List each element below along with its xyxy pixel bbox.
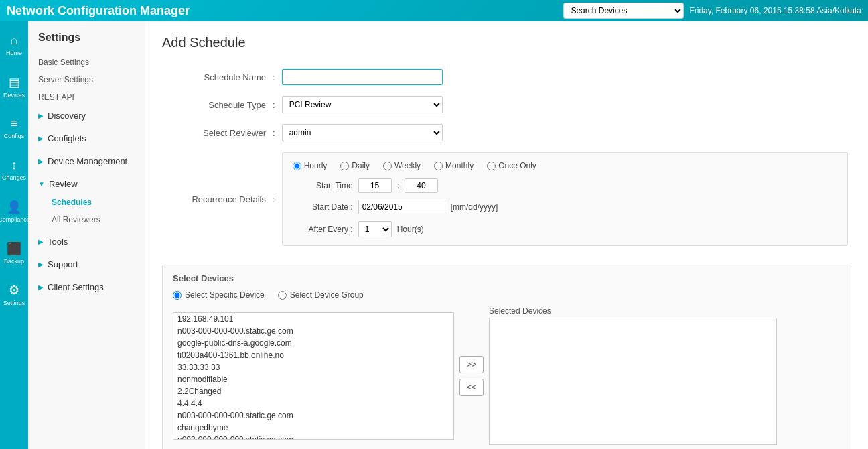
radio-monthly-input[interactable]: [434, 162, 443, 170]
recurrence-label: Recurrence Details: [162, 147, 269, 251]
nav-home-label: Home: [6, 50, 22, 56]
radio-daily-input[interactable]: [340, 162, 349, 170]
page-title: Add Schedule: [162, 35, 851, 50]
schedule-type-row: Schedule Type : PCI Review Config Review…: [162, 90, 851, 119]
sidebar-group-support-header[interactable]: ▶ Support: [28, 255, 145, 274]
nav-configs[interactable]: ≡ Configs: [0, 108, 28, 148]
radio-weekly-input[interactable]: [383, 162, 392, 170]
list-item[interactable]: 192.168.49.101: [173, 313, 453, 325]
select-reviewer-row: Select Reviewer : admin user1 user2: [162, 119, 851, 147]
radio-hourly[interactable]: Hourly: [293, 161, 328, 170]
nav-compliance[interactable]: 👤 Compliance: [0, 191, 28, 231]
sidebar-client-settings-label: Client Settings: [48, 282, 104, 292]
sidebar-rest-api[interactable]: REST API: [28, 88, 145, 106]
sidebar-group-configlets-header[interactable]: ▶ Configlets: [28, 129, 145, 148]
nav-changes[interactable]: ↕ Changes: [0, 149, 28, 190]
schedule-type-cell: PCI Review Config Review Security Review: [279, 90, 851, 119]
radio-device-group[interactable]: Select Device Group: [278, 290, 364, 300]
sidebar-schedules[interactable]: Schedules: [42, 194, 145, 211]
discovery-arrow-icon: ▶: [38, 112, 44, 119]
nav-settings[interactable]: ⚙ Settings: [0, 274, 28, 314]
sidebar-group-tools: ▶ Tools: [28, 232, 145, 251]
colon-2: :: [269, 90, 279, 119]
settings-icon: ⚙: [9, 283, 19, 298]
start-date-input[interactable]: [358, 200, 445, 214]
list-item[interactable]: n003-000-000-000.static.ge.com: [173, 434, 453, 440]
selected-devices-list[interactable]: [489, 318, 777, 445]
radio-hourly-input[interactable]: [293, 162, 301, 170]
schedule-name-cell: [279, 64, 851, 90]
radio-specific-input[interactable]: [173, 291, 182, 300]
topbar: Network Configuration Manager Search Dev…: [0, 0, 868, 21]
start-date-label: Start Date :: [293, 202, 353, 212]
add-devices-button[interactable]: >>: [459, 356, 484, 373]
radio-once-only-label: Once Only: [498, 161, 536, 170]
radio-once-only[interactable]: Once Only: [487, 161, 536, 170]
schedule-type-select[interactable]: PCI Review Config Review Security Review: [282, 96, 443, 113]
nav-changes-label: Changes: [2, 174, 26, 181]
start-time-hour-input[interactable]: [358, 178, 392, 193]
sidebar-discovery-label: Discovery: [48, 111, 86, 121]
sidebar-group-review-header[interactable]: ▼ Review: [28, 174, 145, 194]
nav-settings-label: Settings: [3, 300, 25, 306]
backup-icon: ⬛: [7, 241, 21, 256]
list-item[interactable]: ti0203a400-1361.bb.online.no: [173, 349, 453, 361]
remove-devices-button[interactable]: <<: [459, 379, 484, 396]
selected-devices-container: Selected Devices: [489, 306, 777, 445]
schedule-name-label: Schedule Name: [162, 64, 269, 90]
list-item[interactable]: 2.2Changed: [173, 385, 453, 397]
radio-once-only-input[interactable]: [487, 162, 496, 170]
list-item[interactable]: 4.4.4.4: [173, 397, 453, 409]
sidebar-tools-label: Tools: [48, 237, 68, 247]
sidebar-basic-settings[interactable]: Basic Settings: [28, 54, 145, 71]
configs-icon: ≡: [11, 117, 18, 131]
home-icon: ⌂: [11, 34, 18, 48]
after-every-select[interactable]: 1 2 3: [358, 221, 392, 237]
date-format-hint: [mm/dd/yyyy]: [451, 202, 498, 212]
list-item[interactable]: changedbyme: [173, 422, 453, 434]
after-every-row: After Every : 1 2 3 Hour(s): [293, 221, 837, 237]
main-layout: ⌂ Home ▤ Devices ≡ Configs ↕ Changes 👤 C…: [0, 21, 868, 449]
select-reviewer-select[interactable]: admin user1 user2: [282, 124, 443, 141]
radio-weekly[interactable]: Weekly: [383, 161, 421, 170]
select-reviewer-label: Select Reviewer: [162, 119, 269, 147]
sidebar-review-label: Review: [49, 179, 78, 189]
list-item[interactable]: n003-000-000-000.static.ge.com: [173, 409, 453, 422]
list-item[interactable]: n003-000-000-000.static.ge.com: [173, 325, 453, 337]
available-devices-list[interactable]: 192.168.49.101n003-000-000-000.static.ge…: [173, 312, 454, 440]
search-devices-select[interactable]: Search Devices: [563, 3, 684, 19]
start-time-row: Start Time :: [293, 178, 837, 193]
sidebar-group-client-settings-header[interactable]: ▶ Client Settings: [28, 277, 145, 297]
sidebar-group-tools-header[interactable]: ▶ Tools: [28, 232, 145, 251]
radio-monthly-label: Monthly: [445, 161, 474, 170]
schedule-name-input[interactable]: [282, 69, 443, 85]
nav-devices-label: Devices: [3, 92, 25, 99]
app-title: Network Configuration Manager: [7, 4, 190, 18]
sidebar-group-device-management-header[interactable]: ▶ Device Management: [28, 151, 145, 171]
list-item[interactable]: google-public-dns-a.google.com: [173, 337, 453, 349]
nav-backup-label: Backup: [4, 258, 24, 265]
device-management-arrow-icon: ▶: [38, 157, 44, 165]
nav-devices[interactable]: ▤ Devices: [0, 66, 28, 107]
start-time-min-input[interactable]: [405, 178, 438, 193]
nav-backup[interactable]: ⬛ Backup: [0, 233, 28, 273]
nav-home[interactable]: ⌂ Home: [0, 25, 28, 65]
sidebar-group-client-settings: ▶ Client Settings: [28, 277, 145, 297]
sidebar-group-device-management: ▶ Device Management: [28, 151, 145, 171]
sidebar-server-settings[interactable]: Server Settings: [28, 71, 145, 88]
radio-specific-label: Select Specific Device: [185, 290, 265, 300]
radio-daily[interactable]: Daily: [340, 161, 370, 170]
start-date-row: Start Date : [mm/dd/yyyy]: [293, 200, 837, 214]
sidebar-group-review: ▼ Review Schedules All Reviewers: [28, 174, 145, 229]
sidebar-group-discovery-header[interactable]: ▶ Discovery: [28, 106, 145, 125]
list-item[interactable]: 33.33.33.33: [173, 361, 453, 373]
list-item[interactable]: nonmodifiable: [173, 373, 453, 385]
radio-group-input[interactable]: [278, 291, 287, 300]
radio-monthly[interactable]: Monthly: [434, 161, 474, 170]
radio-specific-device[interactable]: Select Specific Device: [173, 290, 265, 300]
sidebar-configlets-label: Configlets: [48, 133, 86, 143]
colon-1: :: [269, 64, 279, 90]
transfer-buttons: >> <<: [459, 356, 484, 396]
sidebar-all-reviewers[interactable]: All Reviewers: [42, 211, 145, 229]
recurrence-details: Start Time : Start Date : [mm/dd/yyyy]: [293, 178, 837, 237]
